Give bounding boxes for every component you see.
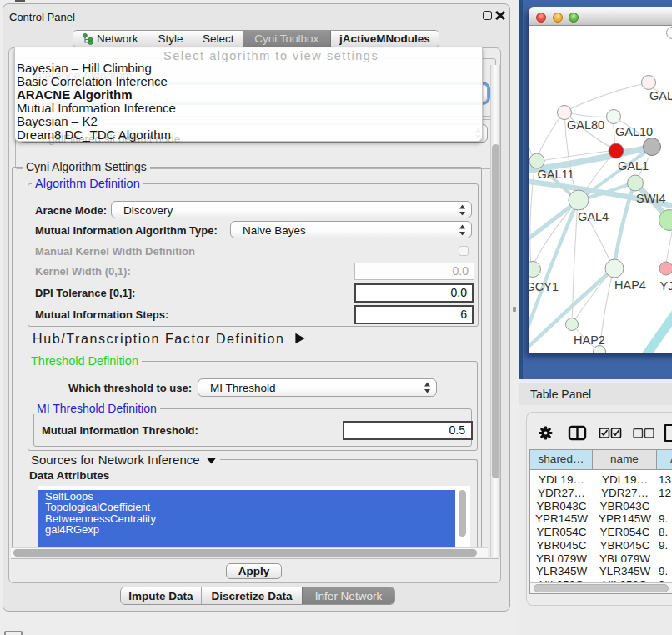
svg-text:HAP4: HAP4: [614, 278, 646, 292]
svg-text:SWI4: SWI4: [636, 192, 665, 205]
svg-text:GAL1: GAL1: [618, 159, 649, 172]
svg-text:GAL2: GAL2: [649, 89, 672, 102]
svg-text:GAL4: GAL4: [578, 210, 609, 223]
svg-text:YJ: YJ: [660, 279, 672, 292]
svg-text:GAL11: GAL11: [538, 168, 574, 181]
svg-text:GCY1: GCY1: [529, 280, 559, 293]
svg-text:HAP2: HAP2: [574, 333, 605, 347]
svg-text:GAL80: GAL80: [567, 118, 604, 132]
svg-text:GAL10: GAL10: [615, 125, 653, 138]
